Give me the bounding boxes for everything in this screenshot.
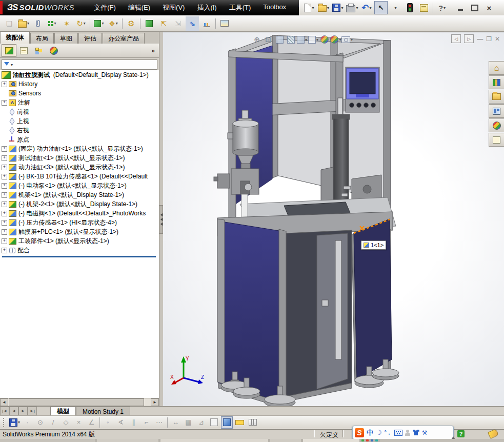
grid-icon[interactable]: ▦ — [183, 416, 194, 429]
prev-tab-icon[interactable]: ◄ — [9, 407, 18, 415]
snap-grid-points-icon[interactable]: ⋯ — [153, 416, 165, 429]
model-post-lower-left[interactable] — [217, 219, 225, 384]
save-button[interactable]: ▾ — [331, 1, 345, 14]
tab-sketch[interactable]: 草图 — [54, 33, 78, 44]
chinese-mode-icon[interactable]: 中 — [367, 428, 373, 437]
tree-item-component[interactable]: +(-) 电磁阀<1> (Default<<Default>_PhotoWork… — [0, 209, 159, 218]
tree-item-right-plane[interactable]: 右视 — [0, 126, 159, 135]
expand-icon[interactable]: + — [2, 220, 7, 226]
sogou-logo-icon[interactable]: S — [355, 428, 364, 437]
instant-image-icon[interactable] — [218, 16, 231, 31]
smart-fasteners-icon[interactable]: ✶ — [60, 16, 73, 31]
view-settings-icon[interactable]: ▾ — [341, 34, 353, 45]
assembly-features-icon[interactable]: ▾ — [92, 16, 106, 31]
reference-geometry-icon[interactable]: ❖▾ — [107, 16, 120, 31]
graphics-viewport[interactable]: ⊕ ⊡ ▾ ▾ ▾ ▾ ◁ ▷ — ❐ ✕ ⌂ — [163, 32, 504, 407]
circle-icon[interactable]: ⊙ — [34, 416, 46, 429]
snap-perpendicular-icon[interactable]: ⌐ — [140, 416, 152, 429]
hide-show-items-icon[interactable]: ▾ — [308, 34, 319, 45]
close-button[interactable]: × — [482, 1, 496, 14]
panel-horizontal-scrollbar[interactable]: ◄ ► — [0, 398, 159, 406]
model-post-lower-mid[interactable] — [279, 229, 286, 405]
custom-properties-icon[interactable] — [489, 133, 504, 147]
doc-minimize-button[interactable]: — — [477, 35, 483, 43]
menu-edit[interactable]: 编辑(E) — [122, 1, 156, 14]
snap-parallel-icon[interactable]: ∥ — [128, 416, 139, 429]
collapse-right-icon[interactable]: ▷ — [464, 34, 474, 43]
toolbox-wrench-icon[interactable]: ⚒ — [422, 429, 428, 436]
assembly-visualization-icon[interactable] — [200, 16, 213, 31]
tree-item-component[interactable]: +动力油缸<3> (默认<默认_显示状态-1>) — [0, 163, 159, 172]
last-tab-icon[interactable]: ►| — [28, 407, 37, 415]
tree-item-origin[interactable]: 原点 — [0, 135, 159, 144]
expand-icon[interactable]: + — [2, 229, 7, 235]
undo-button[interactable]: ↶▾ — [360, 1, 373, 14]
home-icon[interactable]: ⌂ — [489, 61, 504, 75]
expand-icon[interactable]: + — [2, 202, 7, 207]
featuremanager-tree-icon[interactable] — [2, 44, 16, 57]
tab-motion-study-1[interactable]: Motion Study 1 — [76, 407, 130, 416]
scroll-right-icon[interactable]: ► — [151, 398, 159, 406]
expand-icon[interactable]: + — [2, 211, 7, 216]
line-icon[interactable]: / — [47, 416, 59, 429]
menu-file[interactable]: 文件(F) — [88, 1, 122, 14]
zoom-to-area-icon[interactable]: ⊡ — [263, 34, 274, 45]
tree-item-component[interactable]: +机架<1> (默认<默认_Display State-1>) — [0, 190, 159, 199]
design-library-icon[interactable] — [489, 75, 504, 89]
tree-item-component[interactable]: +测试油缸<1> (默认<默认_显示状态-1>) — [0, 153, 159, 163]
configurationmanager-icon[interactable] — [31, 44, 46, 57]
tab-office-products[interactable]: 办公室产品 — [103, 33, 145, 44]
fullwidth-moon-icon[interactable]: ☽ — [376, 429, 382, 436]
view-orientation-icon[interactable] — [274, 34, 285, 45]
panel-overflow-button[interactable]: » — [151, 47, 155, 54]
section-view-icon[interactable] — [285, 34, 296, 45]
insert-component-ghost-icon[interactable]: ❏ — [3, 16, 16, 31]
select-dropdown[interactable]: ▾ — [389, 1, 402, 14]
explode-line-sketch-icon[interactable]: ⇱ — [157, 16, 170, 31]
appearances-icon[interactable] — [489, 118, 504, 132]
shaded-with-edges-icon[interactable] — [221, 416, 233, 429]
collapse-left-icon[interactable]: ◁ — [451, 34, 461, 43]
select-cursor-button[interactable]: ↖ — [374, 1, 388, 14]
angle-snap-icon[interactable]: ⊿ — [195, 416, 207, 429]
dimension-icon[interactable]: ↔ — [170, 416, 182, 429]
expand-icon[interactable]: + — [2, 100, 7, 106]
toolbar-grip[interactable] — [3, 418, 6, 427]
scroll-thumb[interactable] — [9, 398, 144, 406]
model-left-door[interactable] — [218, 221, 282, 403]
exploded-view-icon[interactable] — [143, 16, 156, 31]
tree-item-subassembly[interactable]: +(-) 机架-2<1> (默认<默认_Display State-1>) — [0, 199, 159, 209]
tab-assembly[interactable]: 装配体 — [0, 31, 30, 44]
tree-item-component[interactable]: +(-) BK-1B 10T拉力传感器<1> (Default<<Default — [0, 172, 159, 181]
file-explorer-icon[interactable] — [489, 90, 504, 104]
measure-icon[interactable] — [234, 416, 246, 429]
design-table-icon[interactable] — [247, 416, 258, 429]
move-component-icon[interactable]: ↻▾ — [74, 16, 88, 31]
expand-icon[interactable]: + — [2, 174, 7, 179]
expand-icon[interactable]: + — [2, 155, 7, 161]
angle-icon[interactable]: ∠ — [86, 416, 97, 429]
snap-angle-icon[interactable]: ∢ — [115, 416, 127, 429]
tree-root[interactable]: 油缸拉脱测试 (Default<Default_Display State-1>… — [0, 70, 159, 79]
tree-item-component[interactable]: +(-) 电动泵<1> (默认<默认_显示状态-1>) — [0, 181, 159, 190]
zoom-to-fit-icon[interactable]: ⊕ — [251, 34, 263, 45]
print-button[interactable]: ▾ — [346, 1, 359, 14]
restore-button[interactable] — [468, 1, 481, 14]
rollback-bar[interactable] — [2, 256, 156, 257]
model-3d[interactable] — [163, 32, 504, 407]
next-tab-icon[interactable]: ► — [18, 407, 28, 415]
tab-layout[interactable]: 布局 — [30, 33, 54, 44]
apply-scene-icon[interactable]: ▾ — [330, 34, 341, 45]
motion-study-gears-icon[interactable]: ⚙ — [125, 16, 138, 31]
point-icon[interactable]: · — [22, 416, 33, 429]
menu-insert[interactable]: 插入(I) — [191, 1, 223, 14]
doc-restore-button[interactable]: ❐ — [486, 35, 492, 43]
tab-model[interactable]: 模型 — [50, 407, 76, 416]
menu-view[interactable]: 视图(V) — [156, 1, 191, 14]
expand-icon[interactable]: + — [2, 146, 7, 152]
open-button[interactable]: ▾ — [317, 1, 330, 14]
menu-tools[interactable]: 工具(T) — [223, 1, 257, 14]
scroll-left-icon[interactable]: ◄ — [0, 398, 8, 406]
rebuild-button[interactable] — [403, 1, 416, 14]
tree-item-component[interactable]: +(-) 压力传感器<1> (HI<显示状态-4>) — [0, 218, 159, 227]
